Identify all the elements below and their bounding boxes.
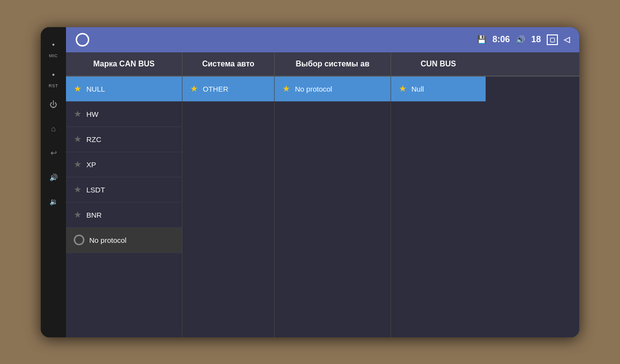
- star-icon: ★: [282, 83, 290, 94]
- list-item[interactable]: ★ RZC: [66, 127, 182, 152]
- column-headers: Марка CAN BUS Система авто Выбор системы…: [66, 52, 579, 77]
- list-item[interactable]: ★ LSDT: [66, 177, 182, 203]
- side-controls: ● MIC ● RST ⏻ ⌂ ↩ 🔊 🔉: [41, 27, 66, 337]
- item-label: LSDT: [86, 186, 105, 194]
- item-label: XP: [86, 160, 96, 169]
- home-button[interactable]: ⌂: [46, 121, 61, 137]
- back-button[interactable]: ↩: [46, 145, 61, 161]
- window-icon: ▢: [547, 34, 558, 45]
- volume-icon: 🔊: [516, 35, 525, 44]
- rst-group: ● RST: [46, 67, 61, 88]
- back-arrow-icon: ◁: [564, 35, 570, 44]
- circle-icon: [76, 33, 89, 47]
- list-item[interactable]: ★ Null: [391, 77, 486, 102]
- list-item[interactable]: ★ HW: [66, 102, 182, 127]
- status-right: 💾 8:06 🔊 18 ▢ ◁: [477, 34, 570, 45]
- screen: 💾 8:06 🔊 18 ▢ ◁ Марка CAN BUS Система ав…: [66, 27, 579, 337]
- time-display: 8:06: [492, 34, 510, 45]
- mic-label: MIC: [49, 53, 58, 58]
- item-label: NULL: [86, 85, 105, 93]
- rst-button[interactable]: ●: [46, 67, 61, 82]
- power-button[interactable]: ⏻: [46, 97, 61, 112]
- item-label: RZC: [86, 135, 101, 143]
- mic-button[interactable]: ●: [46, 37, 61, 52]
- volume-up-button[interactable]: 🔊: [46, 170, 61, 185]
- device-frame: ● MIC ● RST ⏻ ⌂ ↩ 🔊 🔉 💾 8:06 🔊 18 ▢ ◁: [41, 27, 579, 337]
- main-content: Марка CAN BUS Система авто Выбор системы…: [66, 52, 579, 337]
- volume-value: 18: [531, 34, 541, 45]
- star-icon: ★: [74, 83, 82, 94]
- col3-content: ★ No protocol: [275, 77, 391, 337]
- header-sistema: Система авто: [182, 52, 275, 76]
- star-icon: ★: [74, 209, 82, 220]
- status-bar: 💾 8:06 🔊 18 ▢ ◁: [66, 27, 579, 52]
- list-item[interactable]: ★ BNR: [66, 203, 182, 228]
- star-icon: ★: [74, 134, 82, 144]
- item-label: No protocol: [295, 85, 332, 93]
- header-cunbus: CUN BUS: [391, 52, 486, 76]
- list-item[interactable]: ★ No protocol: [275, 77, 391, 102]
- volume-down-button[interactable]: 🔉: [46, 194, 61, 209]
- header-vybor: Выбор системы ав: [275, 52, 391, 76]
- col1-content: ★ NULL ★ HW ★ RZC ★ XP: [66, 77, 182, 337]
- list-item-noprotocol[interactable]: No protocol: [66, 228, 182, 253]
- star-icon: ★: [74, 109, 82, 119]
- content-grid: ★ NULL ★ HW ★ RZC ★ XP: [66, 77, 579, 337]
- col2-content: ★ OTHER: [182, 77, 275, 337]
- item-label: BNR: [86, 211, 102, 219]
- rst-label: RST: [49, 83, 58, 88]
- status-left: [76, 33, 89, 47]
- star-icon: ★: [74, 159, 82, 170]
- list-item[interactable]: ★ OTHER: [182, 77, 274, 102]
- list-item[interactable]: ★ NULL: [66, 77, 182, 102]
- list-item[interactable]: ★ XP: [66, 152, 182, 177]
- star-icon: ★: [74, 184, 82, 195]
- item-label: Null: [411, 85, 424, 93]
- mic-group: ● MIC: [46, 37, 61, 58]
- col4-content: ★ Null: [391, 77, 486, 337]
- item-label: No protocol: [89, 236, 127, 244]
- circle-small-icon: [74, 235, 84, 245]
- star-icon: ★: [399, 83, 407, 94]
- item-label: OTHER: [203, 85, 228, 93]
- header-marka: Марка CAN BUS: [66, 52, 182, 76]
- star-icon: ★: [190, 83, 198, 94]
- item-label: HW: [86, 110, 98, 118]
- sim-icon: 💾: [477, 35, 487, 44]
